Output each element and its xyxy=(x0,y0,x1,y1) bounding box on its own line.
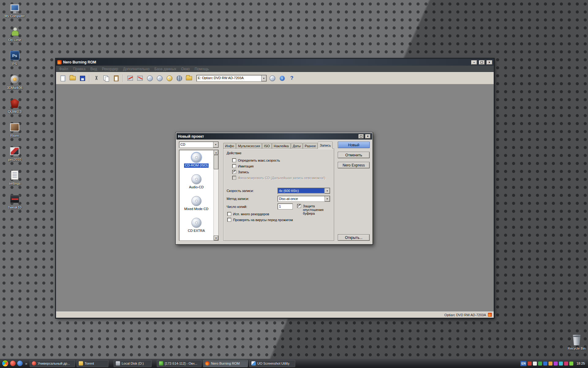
disc-info-icon[interactable] xyxy=(145,74,154,82)
window-titlebar[interactable]: Nero Burning ROM – × xyxy=(56,59,494,66)
chevron-down-icon[interactable] xyxy=(325,196,330,201)
menu-extras[interactable]: Дополнительно xyxy=(123,67,149,71)
menu-database[interactable]: База данных xyxy=(154,67,176,71)
menu-help[interactable]: Помощь xyxy=(195,67,209,71)
language-indicator[interactable]: EN xyxy=(520,361,526,366)
tab-misc[interactable]: Разное xyxy=(303,143,318,149)
cover-designer-icon[interactable] xyxy=(165,74,174,82)
tray-icon[interactable] xyxy=(548,362,552,366)
menu-edit[interactable]: Правка xyxy=(73,67,86,71)
checkbox-row-simulation[interactable]: Имитация xyxy=(232,164,254,168)
restore-button[interactable] xyxy=(358,134,364,139)
erase-disc-icon[interactable] xyxy=(155,74,164,82)
cut-icon[interactable] xyxy=(92,74,101,82)
scrollbar-thumb[interactable] xyxy=(214,155,218,169)
tray-icon[interactable] xyxy=(543,362,547,366)
desktop-icon-risen[interactable]: Risen xyxy=(2,121,28,145)
tab-info[interactable]: Инфо xyxy=(223,143,236,149)
chevron-down-icon[interactable] xyxy=(261,75,266,81)
desktop-icon-quake3[interactable]: QUAKE3 xyxy=(2,97,28,121)
list-item-audio-cd[interactable]: Audio-CD xyxy=(179,173,213,195)
eject-tray-icon[interactable] xyxy=(268,74,277,82)
copy-disc-icon[interactable] xyxy=(136,74,144,82)
menu-view[interactable]: Вид xyxy=(90,67,97,71)
checkbox[interactable] xyxy=(227,212,231,216)
task-uo-screenshot-utility[interactable]: UO Screenshot Utility xyxy=(249,360,295,367)
menu-window[interactable]: Окно xyxy=(181,67,190,71)
checkbox[interactable] xyxy=(227,218,231,222)
start-button[interactable] xyxy=(2,360,9,367)
task-nero-burning-rom[interactable]: Nero Burning ROM xyxy=(203,360,248,367)
checkbox[interactable] xyxy=(232,158,236,162)
scroll-down-icon[interactable]: ▼ xyxy=(214,236,218,240)
task-torent-folder[interactable]: Torent xyxy=(77,360,108,367)
dialog-close-button[interactable]: × xyxy=(365,134,371,139)
tab-burn[interactable]: Запись xyxy=(318,142,333,149)
checkbox-row-multi-recorder[interactable]: Исп. много рекордеров xyxy=(227,212,269,216)
checkbox[interactable] xyxy=(232,164,236,168)
checkbox[interactable] xyxy=(297,204,301,208)
web-icon[interactable] xyxy=(175,74,183,82)
list-scrollbar[interactable]: ▲ ▼ xyxy=(213,150,218,240)
desktop-icon-pes2010[interactable]: pes2010 xyxy=(2,145,28,169)
checkbox-row-write[interactable]: Запись xyxy=(232,170,249,174)
write-speed-selector[interactable]: 4x (600 Кб/с) xyxy=(277,188,330,194)
dialog-titlebar[interactable]: Новый проект × xyxy=(176,133,372,140)
write-method-selector[interactable]: Disc-at-once xyxy=(277,196,330,202)
tray-icon[interactable] xyxy=(569,362,573,366)
tab-iso[interactable]: ISO xyxy=(262,143,272,149)
menu-file[interactable]: Файл xyxy=(59,67,68,71)
drive-selector[interactable]: E: Optiarc DVD RW AD-7203A xyxy=(196,75,267,82)
tab-label[interactable]: Наклейка xyxy=(272,143,291,149)
cancel-button[interactable]: Отменить xyxy=(338,152,370,158)
open-icon[interactable] xyxy=(68,74,77,82)
nero-express-button[interactable]: Nero Express xyxy=(338,162,370,168)
quick-launch-browser-icon[interactable] xyxy=(17,361,23,366)
tray-icon[interactable] xyxy=(554,362,558,366)
tray-icon[interactable] xyxy=(559,362,563,366)
taskbar-clock[interactable]: 18:25 xyxy=(576,362,585,365)
quick-launch-opera-icon[interactable] xyxy=(10,361,16,366)
task-universal-player[interactable]: Универсальный др... xyxy=(30,360,75,367)
media-type-selector[interactable]: CD xyxy=(179,141,219,148)
desktop-icon-on-lime[interactable]: On Lime xyxy=(2,25,28,49)
burn-compilation-icon[interactable] xyxy=(126,74,134,82)
chevron-down-icon[interactable] xyxy=(325,188,330,194)
desktop-icon-3dmark06[interactable]: 3DMark06 xyxy=(2,73,28,97)
list-item-cd-extra[interactable]: CD EXTRA xyxy=(179,217,213,238)
checkbox[interactable] xyxy=(232,170,236,174)
desktop-icon-recycle-bin[interactable]: Recycle Bin xyxy=(563,335,588,350)
save-icon[interactable] xyxy=(78,74,87,82)
paste-icon[interactable] xyxy=(112,74,120,82)
menu-recorder[interactable]: Рекордер xyxy=(102,67,118,71)
maximize-button[interactable] xyxy=(479,60,485,65)
tab-multisession[interactable]: Мультисессия xyxy=(236,143,262,149)
tray-icon[interactable] xyxy=(533,362,537,366)
chevron-down-icon[interactable] xyxy=(213,142,218,148)
checkbox-row-virus-check[interactable]: Проверять на вирусы перед прожигом xyxy=(227,218,293,222)
copy-icon[interactable] xyxy=(102,74,111,82)
minimize-button[interactable]: – xyxy=(471,60,477,65)
checkbox-row-buffer-protection[interactable]: Защита опустошения буфера xyxy=(297,204,331,215)
tray-icon[interactable] xyxy=(528,362,532,366)
scroll-up-icon[interactable]: ▲ xyxy=(214,150,218,155)
copies-input[interactable] xyxy=(277,203,293,209)
new-compilation-icon[interactable] xyxy=(58,74,67,82)
quick-launch-overflow-chevron[interactable]: » xyxy=(24,361,28,366)
tray-icon[interactable] xyxy=(564,362,568,366)
desktop-icon-tweak10[interactable]: Tweak10 xyxy=(2,193,28,217)
desktop-icon-settings[interactable]: settings xyxy=(2,169,28,193)
browse-folder-icon[interactable] xyxy=(185,74,193,82)
list-item-mixed-mode-cd[interactable]: Mixed Mode CD xyxy=(179,195,213,217)
task-172-514-112-window[interactable]: [172-514-112] - Окн... xyxy=(157,360,202,367)
list-item-cdrom-iso[interactable]: CD-ROM (ISO) xyxy=(179,151,213,173)
help-icon[interactable]: ? xyxy=(288,74,296,82)
checkbox-row-max-speed[interactable]: Определить макс.скорость xyxy=(232,158,280,162)
task-local-disk-d[interactable]: Local Disk (D:) xyxy=(114,360,152,367)
desktop-icon-ps[interactable]: Ps PS xyxy=(2,49,28,73)
new-button[interactable]: Новый xyxy=(338,142,370,148)
desktop-icon-my-computer[interactable]: My Computer xyxy=(2,1,28,25)
tab-dates[interactable]: Даты xyxy=(291,143,303,149)
open-button[interactable]: Открыть... xyxy=(338,234,370,241)
close-button[interactable]: × xyxy=(486,60,492,65)
